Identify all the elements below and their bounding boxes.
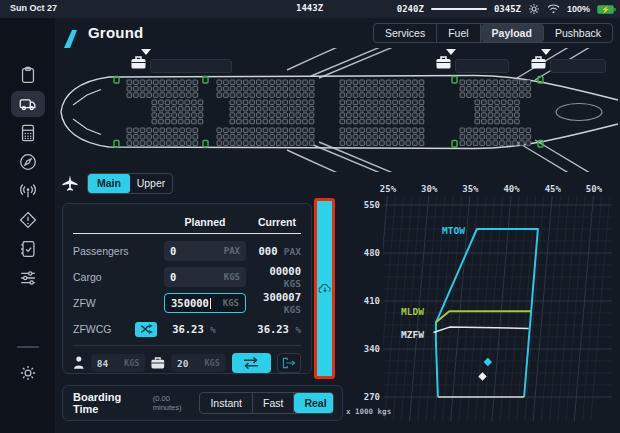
tab-fuel[interactable]: Fuel [437, 24, 480, 42]
zfwcg-planned-value: 36.23 % [157, 323, 231, 335]
table-row-passengers: Passengers 0 PAX 000 PAX [73, 238, 301, 264]
tab-services[interactable]: Services [374, 24, 437, 42]
shuffle-icon [140, 324, 153, 334]
ground-vehicle-icon [18, 94, 38, 114]
aircraft-seatmap [55, 48, 620, 172]
tuning-icon [18, 268, 38, 288]
sidebar-item-tuning[interactable] [11, 265, 45, 291]
tab-payload[interactable]: Payload [481, 24, 544, 42]
boarding-option-real[interactable]: Real [294, 393, 334, 413]
y-axis-tick: 480 [364, 248, 380, 258]
cg-envelope-chart: 25%30%35%40%45%50%550480410340270x 1000 … [345, 178, 616, 433]
tab-pushback[interactable]: Pushback [544, 24, 612, 42]
status-clock-utc: 1443Z [296, 3, 323, 13]
sidebar-item-radio[interactable] [11, 178, 45, 204]
wifi-icon [547, 4, 560, 14]
calculator-icon [18, 123, 38, 143]
y-axis-tick: 410 [364, 296, 380, 306]
boarding-option-fast[interactable]: Fast [253, 393, 294, 413]
chevron-down-icon [141, 49, 151, 55]
sidebar-item-ground-services[interactable] [11, 91, 45, 117]
input-unit: KGS [204, 358, 219, 368]
x-axis-tick: 35% [462, 184, 479, 194]
leg-end-time: 0345Z [494, 4, 521, 14]
row-label: Cargo [73, 271, 157, 283]
sidebar-divider [17, 346, 39, 348]
seat-blocks [127, 80, 531, 145]
row-label: ZFW [73, 297, 157, 309]
tab-deck-upper[interactable]: Upper [130, 174, 172, 193]
zfw-current-value: 300007 KGS [253, 291, 301, 315]
x-axis-tick: 40% [503, 184, 520, 194]
briefcase-icon [531, 56, 546, 69]
logbook-icon [18, 239, 38, 259]
efb-ground-screen: { "colors": { "accent": "#2bd0e8", "high… [0, 0, 620, 433]
briefcase-icon [131, 56, 146, 69]
x-axis-tick: 45% [545, 184, 562, 194]
cargo-planned-input[interactable]: 0 KGS [164, 267, 246, 287]
cargo-hold-selector-bulk[interactable] [531, 56, 606, 73]
export-button[interactable] [277, 353, 301, 373]
passengers-current-value: 000 PAX [253, 245, 301, 257]
input-unit: KGS [224, 272, 240, 282]
input-value: 0 [170, 271, 176, 283]
chevron-down-icon [446, 49, 456, 55]
status-date: Sun Oct 27 [10, 3, 57, 13]
row-label: ZFWCG [73, 323, 131, 335]
sidebar-item-navigation[interactable] [11, 149, 45, 175]
app-logo-icon [62, 29, 78, 52]
x-axis-tick: 50% [586, 184, 603, 194]
table-row-zfw: ZFW 350000 KGS 300007 KGS [73, 290, 301, 316]
y-axis-tick: 550 [364, 200, 380, 210]
transfer-button[interactable] [232, 353, 271, 373]
cargo-hold-selector-fwd[interactable] [131, 56, 232, 73]
table-divider [73, 345, 301, 346]
input-value: 84 [97, 358, 108, 369]
sidebar-nav [0, 18, 55, 433]
y-axis-tick: 270 [364, 392, 380, 402]
swap-arrows-icon [242, 356, 260, 370]
ground-tabs: Services Fuel Payload Pushback [373, 23, 613, 43]
boarding-speed-tabs: Instant Fast Real [199, 392, 334, 414]
sidebar-item-logbook[interactable] [11, 236, 45, 262]
cargo-current-value: 00000 KGS [253, 265, 301, 289]
sidebar-item-settings[interactable] [11, 360, 45, 386]
bag-weight-input[interactable]: 20 KGS [171, 354, 226, 372]
y-axis-tick: 340 [364, 344, 380, 354]
bag-icon [151, 357, 165, 369]
limit-line-mzfw [434, 327, 529, 332]
zfwcg-shuffle-button[interactable] [135, 322, 157, 337]
cargo-fill-bar [455, 59, 509, 73]
tab-deck-main[interactable]: Main [88, 174, 130, 193]
marker-tow-point [484, 358, 492, 366]
zfwcg-current-value: 36.23 % [231, 323, 301, 335]
zfw-planned-input[interactable]: 350000 KGS [164, 293, 246, 313]
door-markers [114, 77, 543, 148]
page-title: Ground [88, 24, 143, 41]
passengers-planned-input[interactable]: 0 PAX [164, 241, 246, 261]
airplane-icon [62, 175, 78, 192]
column-header-current: Current [253, 216, 301, 228]
row-label: Passengers [73, 245, 157, 257]
input-unit: KGS [124, 358, 139, 368]
settings-gear-icon[interactable] [528, 3, 540, 15]
cargo-fill-bar [150, 59, 232, 73]
cloud-download-icon [318, 283, 332, 294]
pax-weight-input[interactable]: 84 KGS [91, 354, 146, 372]
sidebar-item-clipboard[interactable] [11, 62, 45, 88]
export-icon [282, 357, 296, 369]
x-axis-tick: 25% [380, 184, 397, 194]
header-rule [73, 233, 301, 234]
boarding-progress-bar[interactable] [314, 198, 335, 379]
deck-selector: Main Upper [62, 172, 173, 194]
sidebar-item-caution[interactable] [11, 207, 45, 233]
boarding-option-instant[interactable]: Instant [200, 393, 253, 413]
chevron-down-icon [541, 49, 551, 55]
cargo-hold-selector-aft[interactable] [436, 56, 509, 73]
sidebar-item-calculator[interactable] [11, 120, 45, 146]
limit-label-mtow: MTOW [442, 225, 465, 236]
y-axis-unit-label: x 1000 kgs [346, 407, 391, 416]
boarding-time-panel: Boarding Time (0.00 minutes) Instant Fas… [62, 385, 343, 421]
briefcase-icon [436, 56, 451, 69]
antenna-icon [18, 181, 38, 201]
